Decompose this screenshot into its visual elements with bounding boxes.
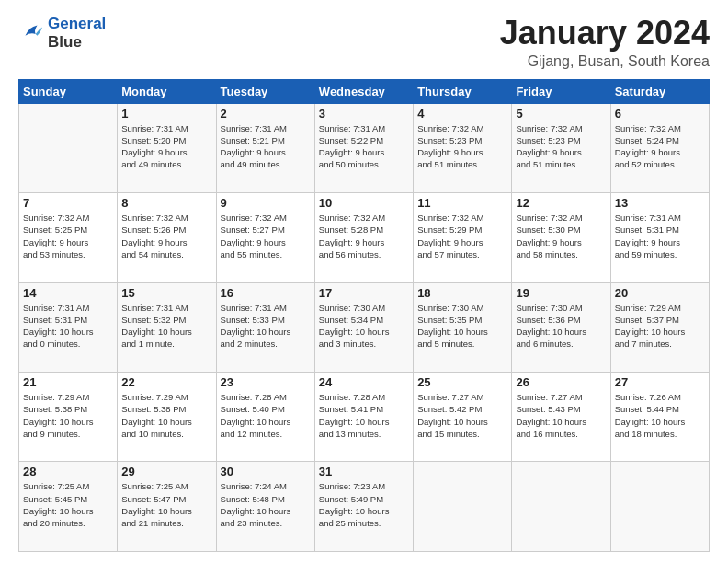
day-info: Sunrise: 7:27 AM Sunset: 5:43 PM Dayligh…	[516, 391, 606, 440]
day-number: 4	[417, 107, 507, 121]
calendar-week-row: 7Sunrise: 7:32 AM Sunset: 5:25 PM Daylig…	[19, 193, 710, 282]
day-info: Sunrise: 7:32 AM Sunset: 5:25 PM Dayligh…	[23, 212, 113, 260]
title-block: January 2024 Gijang, Busan, South Korea	[500, 15, 710, 70]
calendar-cell: 2Sunrise: 7:31 AM Sunset: 5:21 PM Daylig…	[216, 103, 314, 192]
day-number: 20	[615, 286, 705, 300]
calendar-header-sunday: Sunday	[19, 79, 118, 103]
day-number: 18	[417, 286, 507, 300]
day-number: 10	[319, 196, 409, 210]
calendar-cell: 23Sunrise: 7:28 AM Sunset: 5:40 PM Dayli…	[216, 373, 314, 462]
calendar-cell: 1Sunrise: 7:31 AM Sunset: 5:20 PM Daylig…	[118, 103, 216, 192]
day-number: 14	[23, 286, 113, 300]
calendar-cell: 14Sunrise: 7:31 AM Sunset: 5:31 PM Dayli…	[19, 282, 118, 372]
calendar-cell: 4Sunrise: 7:32 AM Sunset: 5:23 PM Daylig…	[414, 103, 512, 192]
day-number: 25	[417, 375, 507, 389]
calendar-cell: 19Sunrise: 7:30 AM Sunset: 5:36 PM Dayli…	[512, 282, 610, 372]
month-title: January 2024	[500, 15, 710, 52]
calendar-cell: 24Sunrise: 7:28 AM Sunset: 5:41 PM Dayli…	[314, 373, 413, 462]
logo: General Blue	[18, 15, 106, 52]
calendar-cell: 29Sunrise: 7:25 AM Sunset: 5:47 PM Dayli…	[118, 462, 216, 552]
calendar-cell: 13Sunrise: 7:31 AM Sunset: 5:31 PM Dayli…	[610, 193, 709, 282]
day-number: 2	[221, 107, 311, 121]
day-number: 12	[516, 196, 606, 210]
day-number: 6	[615, 107, 705, 121]
calendar-cell: 8Sunrise: 7:32 AM Sunset: 5:26 PM Daylig…	[118, 193, 216, 282]
day-info: Sunrise: 7:32 AM Sunset: 5:27 PM Dayligh…	[221, 212, 311, 260]
day-number: 28	[23, 465, 113, 478]
calendar-cell: 30Sunrise: 7:24 AM Sunset: 5:48 PM Dayli…	[216, 462, 314, 552]
calendar-cell: 10Sunrise: 7:32 AM Sunset: 5:28 PM Dayli…	[314, 193, 413, 282]
day-number: 22	[121, 375, 211, 389]
day-info: Sunrise: 7:27 AM Sunset: 5:42 PM Dayligh…	[417, 391, 507, 440]
calendar-cell: 16Sunrise: 7:31 AM Sunset: 5:33 PM Dayli…	[216, 282, 314, 372]
day-info: Sunrise: 7:28 AM Sunset: 5:41 PM Dayligh…	[319, 391, 409, 440]
day-number: 9	[221, 196, 311, 210]
day-info: Sunrise: 7:25 AM Sunset: 5:45 PM Dayligh…	[23, 480, 113, 529]
day-info: Sunrise: 7:29 AM Sunset: 5:38 PM Dayligh…	[23, 391, 113, 440]
day-info: Sunrise: 7:32 AM Sunset: 5:29 PM Dayligh…	[417, 212, 507, 260]
calendar-cell: 7Sunrise: 7:32 AM Sunset: 5:25 PM Daylig…	[19, 193, 118, 282]
calendar-week-row: 1Sunrise: 7:31 AM Sunset: 5:20 PM Daylig…	[19, 103, 710, 192]
calendar-header-tuesday: Tuesday	[216, 79, 314, 103]
day-info: Sunrise: 7:25 AM Sunset: 5:47 PM Dayligh…	[121, 480, 211, 529]
calendar-cell: 11Sunrise: 7:32 AM Sunset: 5:29 PM Dayli…	[414, 193, 512, 282]
day-info: Sunrise: 7:30 AM Sunset: 5:35 PM Dayligh…	[417, 302, 507, 350]
calendar-cell	[19, 103, 118, 192]
day-info: Sunrise: 7:31 AM Sunset: 5:31 PM Dayligh…	[23, 302, 113, 350]
day-number: 11	[417, 196, 507, 210]
calendar-cell: 3Sunrise: 7:31 AM Sunset: 5:22 PM Daylig…	[314, 103, 413, 192]
day-number: 31	[319, 465, 409, 478]
day-info: Sunrise: 7:32 AM Sunset: 5:23 PM Dayligh…	[516, 122, 606, 171]
day-number: 17	[319, 286, 409, 300]
calendar-week-row: 28Sunrise: 7:25 AM Sunset: 5:45 PM Dayli…	[19, 462, 710, 552]
day-number: 8	[121, 196, 211, 210]
day-number: 3	[319, 107, 409, 121]
calendar-header-monday: Monday	[118, 79, 216, 103]
day-info: Sunrise: 7:24 AM Sunset: 5:48 PM Dayligh…	[221, 480, 311, 529]
day-info: Sunrise: 7:29 AM Sunset: 5:37 PM Dayligh…	[615, 302, 705, 350]
day-number: 13	[615, 196, 705, 210]
day-info: Sunrise: 7:32 AM Sunset: 5:26 PM Dayligh…	[121, 212, 211, 260]
day-number: 15	[121, 286, 211, 300]
day-info: Sunrise: 7:31 AM Sunset: 5:33 PM Dayligh…	[221, 302, 311, 350]
day-info: Sunrise: 7:32 AM Sunset: 5:28 PM Dayligh…	[319, 212, 409, 260]
page: General Blue January 2024 Gijang, Busan,…	[0, 0, 728, 563]
calendar-cell: 27Sunrise: 7:26 AM Sunset: 5:44 PM Dayli…	[610, 373, 709, 462]
calendar-cell: 31Sunrise: 7:23 AM Sunset: 5:49 PM Dayli…	[314, 462, 413, 552]
day-info: Sunrise: 7:31 AM Sunset: 5:21 PM Dayligh…	[221, 122, 311, 171]
calendar-cell: 25Sunrise: 7:27 AM Sunset: 5:42 PM Dayli…	[414, 373, 512, 462]
day-info: Sunrise: 7:30 AM Sunset: 5:34 PM Dayligh…	[319, 302, 409, 350]
day-number: 23	[221, 375, 311, 389]
day-number: 19	[516, 286, 606, 300]
day-info: Sunrise: 7:29 AM Sunset: 5:38 PM Dayligh…	[121, 391, 211, 440]
day-info: Sunrise: 7:32 AM Sunset: 5:24 PM Dayligh…	[615, 122, 705, 171]
calendar-header-wednesday: Wednesday	[314, 79, 413, 103]
calendar-week-row: 14Sunrise: 7:31 AM Sunset: 5:31 PM Dayli…	[19, 282, 710, 372]
calendar-cell	[414, 462, 512, 552]
day-number: 1	[121, 107, 211, 121]
day-info: Sunrise: 7:31 AM Sunset: 5:32 PM Dayligh…	[121, 302, 211, 350]
calendar-cell: 15Sunrise: 7:31 AM Sunset: 5:32 PM Dayli…	[118, 282, 216, 372]
calendar-cell: 6Sunrise: 7:32 AM Sunset: 5:24 PM Daylig…	[610, 103, 709, 192]
day-number: 26	[516, 375, 606, 389]
calendar-cell: 5Sunrise: 7:32 AM Sunset: 5:23 PM Daylig…	[512, 103, 610, 192]
day-number: 27	[615, 375, 705, 389]
calendar-cell	[512, 462, 610, 552]
location-title: Gijang, Busan, South Korea	[500, 53, 710, 70]
calendar-header-friday: Friday	[512, 79, 610, 103]
day-number: 29	[121, 465, 211, 478]
calendar-cell: 28Sunrise: 7:25 AM Sunset: 5:45 PM Dayli…	[19, 462, 118, 552]
day-number: 24	[319, 375, 409, 389]
day-info: Sunrise: 7:31 AM Sunset: 5:20 PM Dayligh…	[121, 122, 211, 171]
day-info: Sunrise: 7:30 AM Sunset: 5:36 PM Dayligh…	[516, 302, 606, 350]
calendar-header-thursday: Thursday	[414, 79, 512, 103]
logo-text: General Blue	[48, 15, 106, 52]
calendar-header-row: SundayMondayTuesdayWednesdayThursdayFrid…	[19, 79, 710, 103]
day-number: 5	[516, 107, 606, 121]
calendar-cell: 20Sunrise: 7:29 AM Sunset: 5:37 PM Dayli…	[610, 282, 709, 372]
calendar-header-saturday: Saturday	[610, 79, 709, 103]
calendar-week-row: 21Sunrise: 7:29 AM Sunset: 5:38 PM Dayli…	[19, 373, 710, 462]
calendar: SundayMondayTuesdayWednesdayThursdayFrid…	[18, 79, 710, 552]
day-info: Sunrise: 7:23 AM Sunset: 5:49 PM Dayligh…	[319, 480, 409, 529]
calendar-cell: 26Sunrise: 7:27 AM Sunset: 5:43 PM Dayli…	[512, 373, 610, 462]
